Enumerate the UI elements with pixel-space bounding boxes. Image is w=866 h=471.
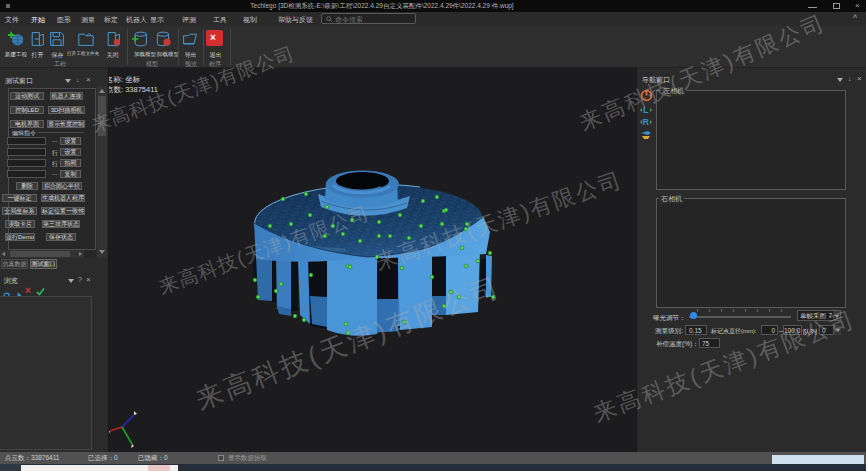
svg-text:名称: 坐标: 名称: 坐标 (109, 75, 141, 84)
svg-text:点数: 33875411: 点数: 33875411 (109, 85, 158, 94)
